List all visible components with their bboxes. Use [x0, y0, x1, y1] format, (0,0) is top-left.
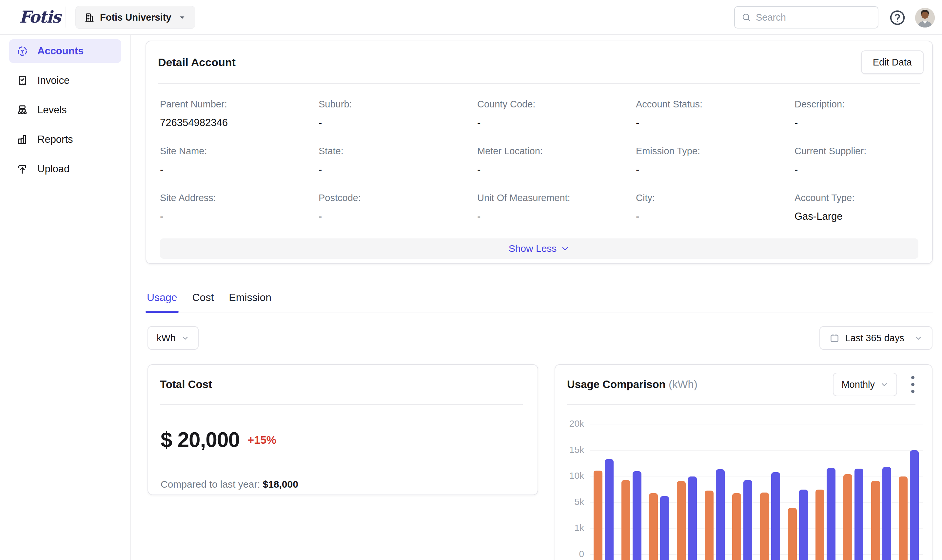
field-parent-number: Parent Number:726354982346 — [160, 99, 319, 146]
field-site-name: Site Name:- — [160, 146, 319, 192]
field-city: City:- — [636, 192, 794, 239]
bar-series-2-12 — [910, 450, 919, 560]
field-current-supplier: Current Supplier:- — [794, 146, 942, 192]
field-suburb: Suburb:- — [319, 99, 477, 146]
bar-group-3 — [645, 424, 673, 560]
field-postcode: Postcode:- — [319, 192, 477, 239]
bar-group-1 — [590, 424, 618, 560]
usage-comparison-chart: 20k15k10k5k1k0 — [555, 365, 932, 560]
field-site-address: Site Address:- — [160, 192, 319, 239]
bar-group-9 — [811, 424, 839, 560]
bar-series-2-3 — [660, 496, 669, 560]
bar-series-2-6 — [743, 480, 752, 560]
field-state: State:- — [319, 146, 477, 192]
org-selector-label: Fotis University — [100, 12, 171, 23]
search-icon — [742, 12, 751, 22]
bar-series-2-11 — [882, 467, 891, 560]
search-input[interactable] — [756, 12, 879, 23]
invoice-icon — [16, 75, 28, 86]
bar-group-2 — [618, 424, 645, 560]
detail-account-card: Detail Account Edit Data Parent Number:7… — [145, 41, 933, 264]
metric-tabs: UsageCostEmission — [145, 289, 933, 312]
bar-series-1-1 — [594, 471, 603, 560]
detail-fields-grid: Parent Number:726354982346Suburb:-County… — [160, 99, 942, 239]
field-unit-of-measurement: Unit Of Measurement:- — [477, 192, 636, 239]
bar-group-4 — [673, 424, 701, 560]
bar-series-1-9 — [816, 489, 824, 560]
total-cost-card: Total Cost $ 20,000 +15% Compared to las… — [148, 364, 538, 495]
sidebar-item-upload[interactable]: Upload — [9, 157, 121, 181]
bar-series-1-3 — [649, 493, 658, 560]
bar-group-6 — [728, 424, 756, 560]
search-box — [734, 6, 879, 29]
compare-last-year: Compared to last year:$18,000 — [160, 479, 298, 490]
calendar-icon — [829, 333, 840, 343]
org-selector[interactable]: Fotis University — [76, 6, 195, 29]
chevron-down-icon — [560, 244, 570, 253]
show-less-button[interactable]: Show Less — [160, 238, 918, 259]
total-cost-amount: $ 20,000 — [160, 428, 240, 452]
caret-down-icon — [178, 13, 187, 22]
help-button[interactable] — [889, 9, 906, 26]
y-tick-label: 0 — [557, 549, 584, 559]
bar-series-2-2 — [632, 471, 641, 560]
page-title: Detail Account — [158, 56, 236, 69]
y-tick-label: 5k — [557, 497, 584, 507]
bar-group-7 — [756, 424, 784, 560]
chevron-down-icon — [181, 334, 190, 342]
field-meter-location: Meter Location:- — [477, 146, 636, 192]
bar-series-1-10 — [843, 474, 852, 560]
tab-emission[interactable]: Emission — [227, 289, 273, 312]
sidebar-item-accounts[interactable]: Accounts — [9, 39, 121, 63]
bar-series-2-5 — [716, 469, 725, 560]
edit-data-button[interactable]: Edit Data — [861, 51, 923, 74]
field-account-type: Account Type:Gas-Large — [794, 192, 942, 239]
reports-icon — [16, 134, 28, 145]
bar-series-1-6 — [732, 493, 741, 560]
sidebar-item-invoice[interactable]: Invoice — [9, 69, 121, 92]
bar-series-2-7 — [771, 472, 780, 560]
y-tick-label: 10k — [557, 471, 584, 481]
sidebar: AccountsInvoiceLevelsReportsUpload — [0, 35, 131, 560]
bar-series-1-8 — [788, 508, 797, 560]
field-account-status: Account Status:- — [636, 99, 794, 146]
bar-group-12 — [895, 424, 923, 560]
bar-group-5 — [701, 424, 729, 560]
tab-cost[interactable]: Cost — [191, 289, 215, 312]
bar-series-2-9 — [826, 468, 836, 560]
building-icon — [84, 12, 95, 23]
field-county-code: County Code:- — [477, 99, 636, 146]
date-range-selector[interactable]: Last 365 days — [819, 326, 933, 350]
bar-series-2-8 — [799, 489, 808, 560]
avatar[interactable] — [915, 8, 935, 28]
field-emission-type: Emission Type:- — [636, 146, 794, 192]
total-cost-change-badge: +15% — [247, 434, 276, 446]
usage-comparison-card: Usage Comparison (kWh) Monthly 20k15k10k… — [555, 364, 933, 560]
total-cost-title: Total Cost — [160, 378, 212, 391]
bar-series-1-4 — [677, 481, 686, 560]
sidebar-item-reports[interactable]: Reports — [9, 128, 121, 151]
topbar: Fotis Fotis University — [0, 0, 942, 35]
bar-series-1-12 — [899, 477, 908, 560]
bar-series-1-2 — [621, 480, 630, 560]
bar-series-2-4 — [688, 477, 697, 560]
sidebar-item-levels[interactable]: Levels — [9, 98, 121, 122]
y-tick-label: 1k — [557, 523, 584, 533]
upload-icon — [16, 163, 28, 175]
bar-group-11 — [867, 424, 895, 560]
bar-series-1-7 — [760, 492, 769, 560]
divider — [160, 404, 523, 405]
y-tick-label: 15k — [557, 445, 584, 455]
bar-group-10 — [839, 424, 867, 560]
unit-selector[interactable]: kWh — [148, 326, 199, 350]
bar-groups — [590, 424, 923, 560]
bar-group-8 — [784, 424, 812, 560]
chevron-down-icon — [914, 334, 923, 342]
topbar-divider — [66, 6, 66, 28]
bar-series-2-1 — [605, 459, 614, 560]
y-tick-label: 20k — [557, 418, 584, 429]
app-logo: Fotis — [19, 7, 60, 26]
tab-usage[interactable]: Usage — [145, 289, 179, 312]
field-description: Description:- — [794, 99, 942, 146]
bar-series-2-10 — [854, 469, 863, 560]
